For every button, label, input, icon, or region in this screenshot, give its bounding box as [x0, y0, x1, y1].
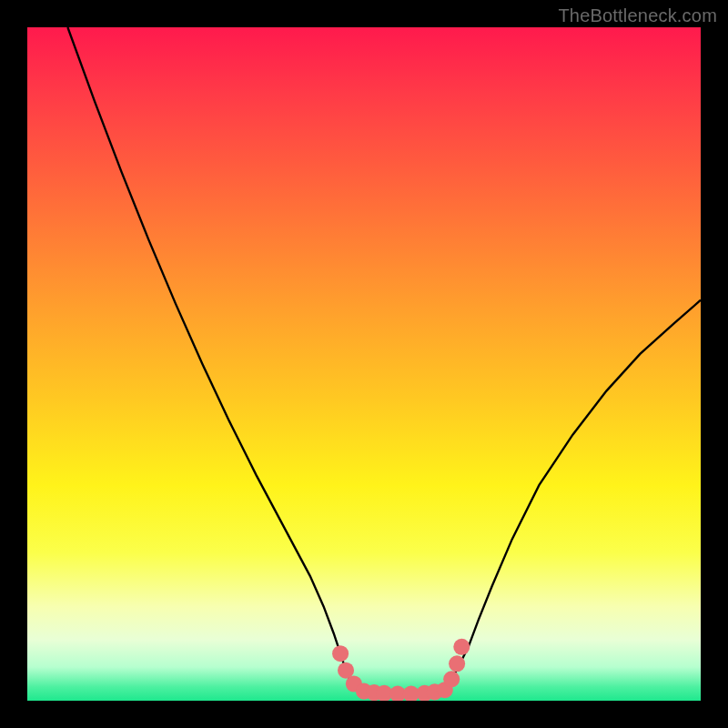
- plot-area: [27, 27, 701, 701]
- right-curve: [445, 300, 701, 690]
- markers-group: [332, 639, 470, 701]
- marker-dot: [449, 655, 465, 672]
- marker-dot: [443, 671, 460, 687]
- watermark-text: TheBottleneck.com: [558, 5, 717, 26]
- chart-frame: TheBottleneck.com: [0, 0, 728, 728]
- curves-group: [67, 27, 701, 694]
- marker-dot: [332, 645, 349, 662]
- chart-svg: [27, 27, 701, 701]
- marker-dot: [453, 639, 470, 655]
- left-curve: [67, 27, 357, 690]
